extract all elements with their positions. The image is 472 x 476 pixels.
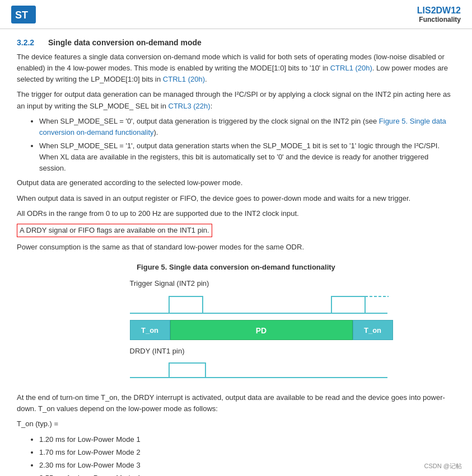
paragraph-5: All ODRs in the range from 0 to up to 20… <box>17 208 455 219</box>
ton-item-3: 2.30 ms for Low-Power Mode 3 <box>39 460 455 471</box>
ton-item-4: 3.55 ms for Low-Power Mode 4 <box>39 473 455 476</box>
section-label: Functionality <box>417 16 461 23</box>
drdy-svg <box>80 357 393 382</box>
drdy-label: DRDY (INT1 pin) <box>130 347 185 355</box>
st-logo: ST <box>11 6 36 25</box>
paragraph-6: Power consumption is the same as that of… <box>17 242 455 253</box>
turnon-section: At the end of turn-on time T_on, the DRD… <box>17 392 455 476</box>
trigger-waveform <box>80 290 393 319</box>
bar-ton-right: T_on <box>353 320 393 340</box>
watermark: CSDN @记帖 <box>424 462 462 470</box>
slp-mode-list: When SLP_MODE_SEL = '0', output data gen… <box>39 116 455 175</box>
figure-caption: Figure 5. Single data conversion on-dema… <box>17 263 455 271</box>
highlighted-paragraph: A DRDY signal or FIFO flags are availabl… <box>17 223 455 238</box>
ton-item-2: 1.70 ms for Low-Power Mode 2 <box>39 447 455 458</box>
bar-pd: PD <box>170 320 353 340</box>
figure5-link[interactable]: Figure 5. Single data conversion on-dema… <box>39 117 446 136</box>
timing-diagram: Trigger Signal (INT2 pin) T_on PD T_on D… <box>80 279 393 382</box>
mode-bars: T_on PD T_on <box>80 320 393 340</box>
bullet-1: When SLP_MODE_SEL = '0', output data gen… <box>39 116 455 138</box>
page-header: ST LIS2DW12 Functionality <box>0 0 472 29</box>
paragraph-1: The device features a single data conver… <box>17 51 455 85</box>
paragraph-4: When output data is saved in an output r… <box>17 193 455 204</box>
ton-item-1: 1.20 ms for Low-Power Mode 1 <box>39 434 455 445</box>
paragraph-3: Output data are generated according to t… <box>17 177 455 188</box>
ctrl1-link-2[interactable]: CTRL1 (20h) <box>163 75 205 83</box>
section-number: 3.2.2 <box>17 38 39 47</box>
bar-ton-left: T_on <box>130 320 170 340</box>
product-name: LIS2DW12 <box>417 6 461 16</box>
section-title: Single data conversion on-demand mode <box>48 38 202 47</box>
header-right: LIS2DW12 Functionality <box>417 6 461 23</box>
trigger-signal-label: Trigger Signal (INT2 pin) <box>130 279 209 288</box>
bullet-2: When SLP_MODE_SEL = '1', output data gen… <box>39 140 455 174</box>
ctrl1-link-1[interactable]: CTRL1 (20h) <box>330 64 372 72</box>
section-header: 3.2.2 Single data conversion on-demand m… <box>17 38 455 47</box>
ton-label: T_on (typ.) = <box>17 418 455 430</box>
ton-list: 1.20 ms for Low-Power Mode 1 1.70 ms for… <box>39 434 455 476</box>
main-content: 3.2.2 Single data conversion on-demand m… <box>0 29 472 476</box>
drdy-waveform <box>80 357 393 382</box>
highlighted-text: A DRDY signal or FIFO flags are availabl… <box>17 224 212 237</box>
turnon-intro: At the end of turn-on time T_on, the DRD… <box>17 392 455 414</box>
ctrl3-link[interactable]: CTRL3 (22h) <box>169 102 211 110</box>
paragraph-2: The trigger for output data generation c… <box>17 89 455 111</box>
trigger-svg <box>80 290 393 319</box>
svg-text:ST: ST <box>15 10 28 21</box>
